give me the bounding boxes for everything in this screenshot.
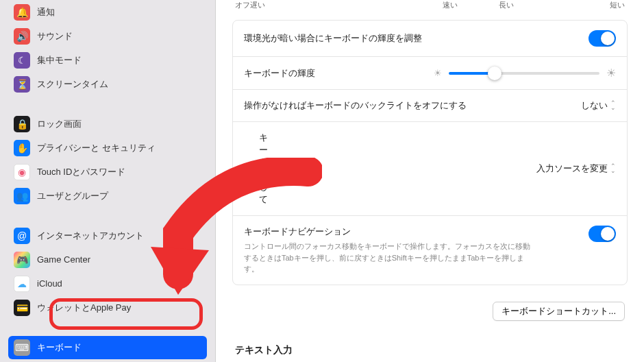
sidebar-item-wallet[interactable]: 💳ウォレットとApple Pay (8, 296, 207, 319)
backlight-off-popup[interactable]: しない ⌃⌄ (581, 99, 616, 112)
lock-icon: 🔒 (14, 116, 30, 132)
sidebar-item-users[interactable]: 👥ユーザとグループ (8, 184, 207, 208)
globe-icon (244, 163, 255, 174)
globe-key-label: キーを押して (259, 132, 268, 206)
sidebar-item-hand[interactable]: ✋プライバシーと セキュリティ (8, 136, 207, 160)
keyboard-shortcuts-button[interactable]: キーボードショートカット... (493, 302, 625, 321)
sidebar-item-icloud[interactable]: ☁iCloud (8, 272, 207, 295)
auto-brightness-label: 環境光が暗い場合にキーボードの輝度を調整 (244, 32, 589, 45)
brightness-slider[interactable] (449, 72, 599, 75)
tick-off: オフ (235, 0, 250, 10)
sidebar-item-lock[interactable]: 🔒ロック画面 (8, 112, 207, 136)
hourglass-icon: ⏳ (14, 76, 30, 93)
wallet-icon: 💳 (14, 300, 30, 316)
sidebar-item-gc[interactable]: 🎮Game Center (8, 248, 207, 272)
sidebar-item-at[interactable]: @インターネットアカウント (8, 224, 207, 248)
sidebar-item-keyboard[interactable]: ⌨ キーボード (8, 336, 207, 359)
touchid-icon: ◉ (14, 164, 30, 180)
sidebar-item-moon[interactable]: ☾集中モード (8, 49, 207, 72)
keyboard-settings-panel: 環境光が暗い場合にキーボードの輝度を調整 キーボードの輝度 ☀︎ ☀︎ 操作がな… (232, 20, 628, 285)
at-icon: @ (14, 228, 30, 244)
brightness-high-icon: ☀︎ (606, 67, 616, 80)
icloud-icon: ☁ (14, 276, 30, 292)
keyboard-icon: ⌨ (14, 339, 30, 356)
bell-icon: 🔔 (14, 4, 30, 21)
users-icon: 👥 (14, 188, 30, 204)
keyboard-nav-sub: コントロール間のフォーカス移動をキーボードで操作します。フォーカスを次に移動する… (244, 241, 532, 275)
sidebar-item-hourglass[interactable]: ⏳スクリーンタイム (8, 73, 207, 96)
brightness-low-icon: ☀︎ (434, 68, 442, 78)
globe-key-popup[interactable]: 入力ソースを変更 ⌃⌄ (536, 162, 616, 175)
brightness-label: キーボードの輝度 (244, 67, 434, 80)
hand-icon: ✋ (14, 140, 30, 156)
tick-fast: 速い (443, 0, 458, 10)
chevron-updown-icon: ⌃⌄ (610, 164, 616, 173)
tick-slow: 遅い (250, 0, 265, 10)
sidebar-item-speaker[interactable]: 🔊サウンド (8, 25, 207, 48)
sidebar-item-bell[interactable]: 🔔通知 (8, 1, 207, 24)
main-content: オフ 遅い 速い 長い 短い 環境光が暗い場合にキーボードの輝度を調整 キーボー… (216, 0, 644, 362)
auto-brightness-toggle[interactable] (589, 30, 616, 47)
tick-long: 長い (499, 0, 514, 10)
tick-short: 短い (610, 0, 625, 10)
speaker-icon: 🔊 (14, 28, 30, 45)
keyboard-nav-label: キーボードナビゲーション (244, 226, 589, 238)
sidebar-item-touchid[interactable]: ◉Touch IDとパスワード (8, 160, 207, 184)
chevron-updown-icon: ⌃⌄ (610, 101, 616, 110)
text-input-heading: テキスト入力 (235, 344, 628, 357)
gc-icon: 🎮 (14, 252, 30, 268)
keyboard-nav-toggle[interactable] (589, 226, 616, 242)
backlight-off-label: 操作がなければキーボードのバックライトをオフにする (244, 99, 581, 112)
moon-icon: ☾ (14, 52, 30, 69)
sidebar: 🔔通知🔊サウンド☾集中モード⏳スクリーンタイム 🔒ロック画面✋プライバシーと セ… (0, 0, 216, 362)
